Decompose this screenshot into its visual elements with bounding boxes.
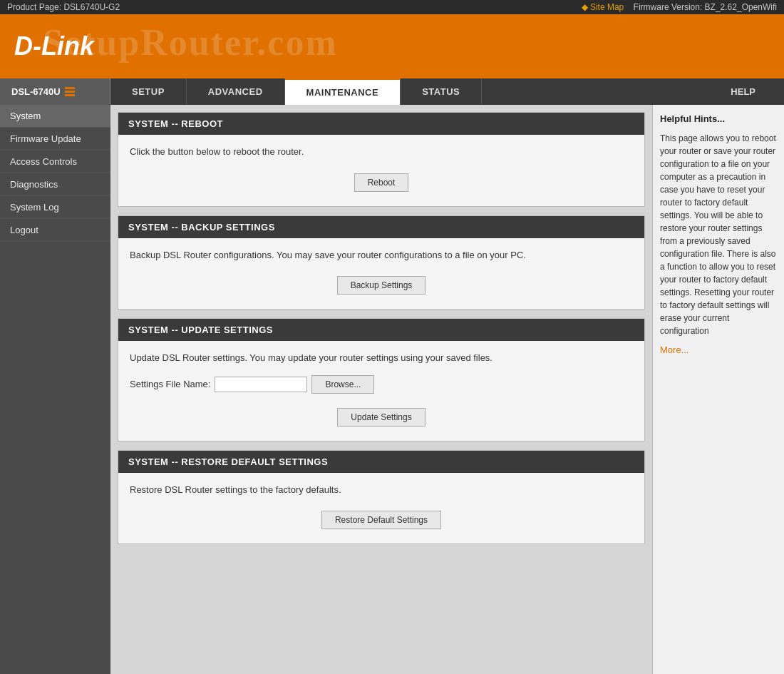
help-more-link[interactable]: More... [660, 343, 777, 357]
sitemap-dot: ◆ [582, 2, 588, 12]
device-label: DSL-6740U [0, 78, 110, 105]
reboot-button[interactable]: Reboot [354, 173, 409, 192]
nav-tabs: DSL-6740U SETUP ADVANCED MAINTENANCE STA… [0, 78, 784, 105]
tab-status[interactable]: STATUS [401, 78, 482, 105]
section-restore-body: Restore DSL Router settings to the facto… [118, 473, 644, 544]
main-layout: System Firmware Update Access Controls D… [0, 105, 784, 674]
file-label: Settings File Name: [130, 379, 210, 389]
file-row: Settings File Name: Browse... [130, 375, 633, 394]
sidebar-item-system-log[interactable]: System Log [0, 196, 110, 219]
product-label: Product Page: DSL6740U-G2 [7, 2, 120, 12]
sidebar-item-logout[interactable]: Logout [0, 219, 110, 242]
section-reboot-body: Click the button below to reboot the rou… [118, 135, 644, 206]
logo: D-Link [14, 31, 94, 61]
tab-maintenance[interactable]: MAINTENANCE [285, 78, 401, 105]
help-text: This page allows you to reboot your rout… [660, 132, 777, 337]
section-reboot: SYSTEM -- REBOOT Click the button below … [118, 112, 645, 207]
tab-setup[interactable]: SETUP [110, 78, 187, 105]
section-restore-title: SYSTEM -- RESTORE DEFAULT SETTINGS [118, 451, 644, 473]
section-backup: SYSTEM -- BACKUP SETTINGS Backup DSL Rou… [118, 215, 645, 310]
section-backup-body: Backup DSL Router configurations. You ma… [118, 238, 644, 310]
firmware-version: Firmware Version: BZ_2.62_OpenWifi [634, 2, 777, 12]
reboot-description: Click the button below to reboot the rou… [130, 145, 633, 159]
section-restore: SYSTEM -- RESTORE DEFAULT SETTINGS Resto… [118, 450, 645, 545]
settings-file-input[interactable] [215, 377, 307, 392]
restore-description: Restore DSL Router settings to the facto… [130, 483, 633, 497]
help-panel: Helpful Hints... This page allows you to… [652, 105, 784, 674]
sidebar-item-access-controls[interactable]: Access Controls [0, 150, 110, 173]
backup-description: Backup DSL Router configurations. You ma… [130, 248, 633, 262]
section-update-body: Update DSL Router settings. You may upda… [118, 341, 644, 441]
section-backup-title: SYSTEM -- BACKUP SETTINGS [118, 216, 644, 238]
sidebar: System Firmware Update Access Controls D… [0, 105, 110, 674]
section-update-title: SYSTEM -- UPDATE SETTINGS [118, 319, 644, 341]
help-title: Helpful Hints... [660, 112, 777, 126]
sitemap-link[interactable]: Site Map [590, 2, 624, 12]
sidebar-item-firmware-update[interactable]: Firmware Update [0, 128, 110, 150]
update-settings-button[interactable]: Update Settings [337, 408, 425, 427]
tab-advanced[interactable]: ADVANCED [187, 78, 285, 105]
update-description: Update DSL Router settings. You may upda… [130, 351, 633, 365]
restore-default-button[interactable]: Restore Default Settings [321, 511, 441, 529]
signal-bars-icon [65, 87, 75, 96]
tab-help[interactable]: HELP [702, 78, 784, 105]
top-bar: Product Page: DSL6740U-G2 ◆ Site Map Fir… [0, 0, 784, 14]
sidebar-item-diagnostics[interactable]: Diagnostics [0, 173, 110, 196]
browse-button[interactable]: Browse... [311, 375, 374, 394]
section-update: SYSTEM -- UPDATE SETTINGS Update DSL Rou… [118, 318, 645, 441]
sidebar-item-system[interactable]: System [0, 105, 110, 128]
header: SetupRouter.com D-Link [0, 14, 784, 78]
content-area: SYSTEM -- REBOOT Click the button below … [110, 105, 652, 674]
backup-settings-button[interactable]: Backup Settings [337, 276, 426, 295]
section-reboot-title: SYSTEM -- REBOOT [118, 113, 644, 135]
